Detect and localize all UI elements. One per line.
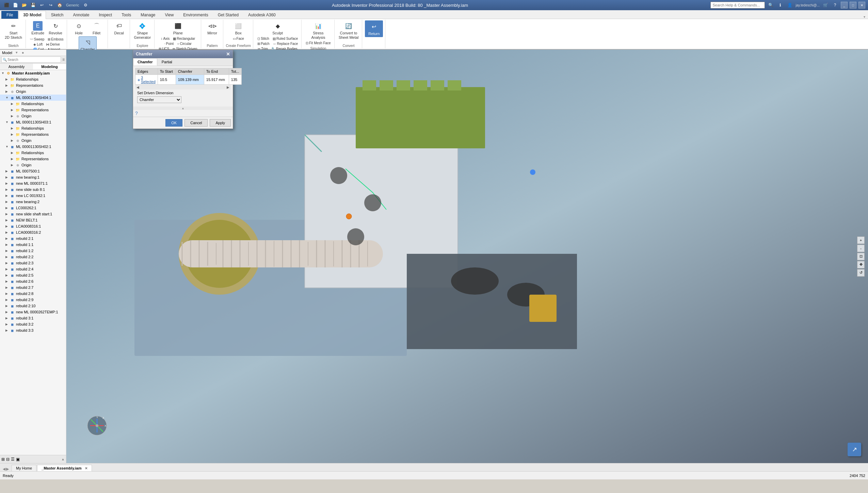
dialog-resize-handle[interactable]: ▲ (133, 106, 233, 110)
tree-arrow-rebuild32[interactable]: ▶ (5, 323, 10, 326)
tree-arrow-rebuild12[interactable]: ▶ (5, 249, 10, 252)
tree-item-newbelt[interactable]: ▶ ◼ NEW BELT:1 (0, 217, 66, 223)
tree-arrow-lca8316b[interactable]: ▶ (5, 231, 10, 234)
user-icon[interactable]: 👤 (786, 1, 793, 9)
convert-btn[interactable]: 🔄 Convert toSheet Metal (337, 20, 360, 40)
tree-arrow-rebuild210[interactable]: ▶ (5, 304, 10, 308)
tree-item-rel1[interactable]: ▶ 📁 Relationships (0, 76, 66, 82)
viewport[interactable]: Chamfer ✕ Chamfer Partial Edges To Start… (66, 50, 868, 463)
tree-item-ml003[interactable]: ▼ ◼ ML 00001130SH02:1 (0, 144, 66, 150)
tree-arrow-nbear1[interactable]: ▶ (5, 176, 10, 179)
tree-item-origin4[interactable]: ▶ ⊕ Origin (0, 162, 66, 168)
search-icon[interactable]: 🔍 (767, 1, 774, 9)
tree-item-rebuild29[interactable]: ▶ ◼ rebuild 2:9 (0, 297, 66, 303)
tree-arrow-rep1[interactable]: ▶ (5, 84, 10, 87)
extrude-btn[interactable]: E Extrude (29, 20, 46, 36)
plane-btn[interactable]: ⬛ Plane (170, 20, 187, 36)
tab-nav-right[interactable]: ▶ (6, 467, 9, 471)
tree-arrow-ml001[interactable]: ▼ (5, 96, 10, 99)
loft-btn[interactable]: ◈ Loft (32, 42, 44, 47)
tree-item-rebuild27[interactable]: ▶ ◼ rebuild 2:7 (0, 284, 66, 291)
fit-btn[interactable]: ⊡ (857, 253, 865, 260)
tab-a360[interactable]: Autodesk A360 (244, 11, 280, 19)
tree-item-rel2[interactable]: ▶ 📁 Relationships (0, 101, 66, 107)
tab-view[interactable]: View (161, 11, 178, 19)
tree-arrow-rebuild27[interactable]: ▶ (5, 286, 10, 289)
tree-arrow-lc1932[interactable]: ▶ (5, 194, 10, 197)
tab-my-home[interactable]: My Home (12, 465, 36, 471)
tree-item-root[interactable]: ▼ ⚙ Master Assembly.iam (0, 70, 66, 76)
chamfer-tab-partial[interactable]: Partial (157, 58, 177, 66)
tree-item-rebuild12[interactable]: ▶ ◼ rebuild 1:2 (0, 248, 66, 254)
to-end-input[interactable] (206, 78, 227, 82)
tree-arrow-rebuild29[interactable]: ▶ (5, 298, 10, 301)
stitch-btn[interactable]: ⟨⟩ Stitch (256, 36, 271, 41)
chamfer-dialog-titlebar[interactable]: Chamfer ✕ (133, 50, 233, 58)
cart-icon[interactable]: 🛒 (822, 1, 829, 9)
tab-getstarted[interactable]: Get Started (213, 11, 243, 19)
expand-ribbon[interactable]: ▾ (864, 15, 865, 19)
fit-mesh-face-btn[interactable]: ⊡ Fit Mesh Face (304, 41, 332, 45)
tree-arrow-newml262[interactable]: ▶ (5, 310, 10, 314)
tree-arrow-rebuild22[interactable]: ▶ (5, 255, 10, 259)
sidebar-menu-icon[interactable]: ≡ (62, 57, 65, 62)
sidebar-list-icon[interactable]: ⊞ (1, 457, 5, 462)
undo-btn[interactable]: ↩ (38, 1, 46, 9)
chamfer-tab-chamfer[interactable]: Chamfer (133, 58, 157, 66)
mirror-btn[interactable]: ⊲⊳ Mirror (204, 20, 221, 36)
tree-arrow-rebuild23[interactable]: ▶ (5, 261, 10, 265)
tree-item-ml001[interactable]: ▼ ◼ ML 00001130SH04:1 (0, 95, 66, 101)
tree-item-newml262[interactable]: ▶ ◼ new ML 0000262TEMP:1 (0, 309, 66, 315)
fillet-btn[interactable]: ⌒ Fillet (88, 20, 105, 36)
tree-item-rebuild23[interactable]: ▶ ◼ rebuild 2:3 (0, 260, 66, 266)
tree-arrow-rel4[interactable]: ▶ (11, 151, 15, 154)
tree-item-ml002[interactable]: ▼ ◼ ML 00001130SH03:1 (0, 119, 66, 125)
tab-nav-left[interactable]: ◀ (3, 467, 5, 471)
tree-item-lc000262[interactable]: ▶ ◼ LC000262:1 (0, 205, 66, 211)
share-btn[interactable]: ↗ (848, 443, 861, 456)
circular-btn[interactable]: ○ Circular (176, 42, 193, 46)
tree-arrow-ml003[interactable]: ▼ (5, 145, 10, 148)
tree-item-origin3[interactable]: ▶ ⊕ Origin (0, 137, 66, 144)
to-end-value[interactable] (204, 75, 229, 85)
tree-item-rebuild210[interactable]: ▶ ◼ rebuild 2:10 (0, 303, 66, 309)
sweep-btn[interactable]: 〰 Sweep (29, 37, 46, 42)
sidebar-compact-icon[interactable]: ▣ (16, 457, 20, 462)
tree-item-rebuild28[interactable]: ▶ ◼ rebuild 2:8 (0, 291, 66, 297)
tree-arrow-rebuild25[interactable]: ▶ (5, 274, 10, 277)
tree-arrow-rel3[interactable]: ▶ (11, 127, 15, 130)
rotate-btn[interactable]: ↺ (857, 269, 865, 277)
close-btn[interactable]: ✕ (858, 2, 865, 9)
point-btn[interactable]: · Point (163, 42, 175, 46)
replace-face-btn[interactable]: ↔ Replace Face (272, 42, 300, 46)
chamfer-value[interactable] (176, 75, 204, 85)
tree-arrow-rebuild21[interactable]: ▶ (5, 237, 10, 240)
tree-arrow-rep4[interactable]: ▶ (11, 157, 15, 161)
help-search-input[interactable] (710, 2, 765, 9)
tree-arrow-rebuild26[interactable]: ▶ (5, 280, 10, 283)
tab-tools[interactable]: Tools (117, 11, 135, 19)
tree-item-rep1[interactable]: ▶ 📁 Representations (0, 82, 66, 88)
tree-item-nbear1[interactable]: ▶ ◼ new bearing:1 (0, 174, 66, 180)
tree-item-rep3[interactable]: ▶ 📁 Representations (0, 131, 66, 137)
tree-item-origin1[interactable]: ▶ ⊕ Origin (0, 88, 66, 95)
sidebar-grid-icon[interactable]: ⊟ (6, 457, 10, 462)
tree-item-rebuild11[interactable]: ▶ ◼ rebuild 1:1 (0, 242, 66, 248)
revolve-btn[interactable]: ↻ Revolve (47, 20, 64, 36)
tree-arrow-rebuild24[interactable]: ▶ (5, 267, 10, 271)
tree-item-nslide2[interactable]: ▶ ◼ new slide shaft start:1 (0, 211, 66, 217)
tree-item-rep2[interactable]: ▶ 📁 Representations (0, 107, 66, 113)
scroll-right-btn[interactable]: ▶ (227, 85, 229, 89)
gear-icon[interactable]: ⚙ (82, 1, 90, 9)
tab-environments[interactable]: Environments (179, 11, 212, 19)
tab-inspect[interactable]: Inspect (94, 11, 116, 19)
help-icon[interactable]: ? (831, 1, 839, 9)
tab-close-btn[interactable]: ✕ (85, 466, 87, 470)
zoom-in-btn[interactable]: + (857, 236, 865, 244)
tree-item-nbear2[interactable]: ▶ ◼ new bearing:2 (0, 199, 66, 205)
tree-arrow-root[interactable]: ▼ (1, 71, 5, 75)
app-menu-btn[interactable]: ⬛ (3, 1, 10, 9)
to-start-value[interactable] (158, 75, 176, 85)
tree-item-lca8316a[interactable]: ▶ ◼ LCA0008316:1 (0, 223, 66, 229)
emboss-btn[interactable]: ⊞ Emboss (46, 37, 65, 42)
